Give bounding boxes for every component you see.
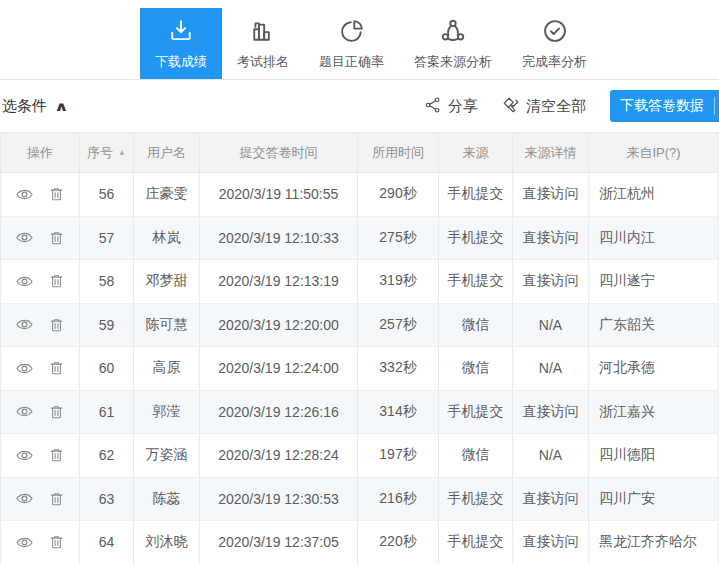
serial-number-cell: 61 [80, 391, 134, 434]
table-row: 56 庄豪雯 2020/3/19 11:50:55 290秒 手机提交 直接访问… [1, 173, 719, 217]
submit-time-cell: 2020/3/19 12:30:53 [200, 478, 358, 521]
duration-cell: 275秒 [358, 217, 439, 260]
tab-completion-rate-analysis[interactable]: 完成率分析 [507, 8, 602, 79]
clear-all-button[interactable]: 清空全部 [502, 96, 586, 117]
table-row: 63 陈蕊 2020/3/19 12:30:53 216秒 手机提交 直接访问 … [1, 478, 719, 522]
ranking-icon [248, 16, 278, 46]
delete-trash-icon[interactable] [48, 185, 65, 203]
check-circle-icon [540, 16, 570, 46]
ip-cell: 浙江嘉兴 [589, 391, 719, 434]
source-detail-cell: 直接访问 [513, 217, 589, 260]
serial-number-cell: 62 [80, 434, 134, 477]
duration-cell: 216秒 [358, 478, 439, 521]
source-detail-cell: 直接访问 [513, 478, 589, 521]
view-eye-icon[interactable] [15, 315, 34, 334]
submit-time-cell: 2020/3/19 12:26:16 [200, 391, 358, 434]
serial-number-cell: 60 [80, 347, 134, 390]
clear-all-label: 清空全部 [526, 97, 586, 116]
delete-trash-icon[interactable] [48, 446, 65, 464]
tab-label: 答案来源分析 [414, 53, 492, 71]
operation-cell [1, 521, 80, 564]
view-eye-icon[interactable] [15, 272, 34, 291]
delete-trash-icon[interactable] [48, 533, 65, 551]
operation-cell [1, 391, 80, 434]
view-eye-icon[interactable] [15, 533, 34, 552]
top-tab-bar: 下载成绩 考试排名 题目正确率 答案来源分析 完成率分析 [0, 0, 719, 80]
operation-cell [1, 347, 80, 390]
username-cell: 林岚 [134, 217, 200, 260]
serial-number-cell: 59 [80, 304, 134, 347]
source-cell: 微信 [439, 347, 513, 390]
delete-trash-icon[interactable] [48, 272, 65, 290]
submit-time-cell: 2020/3/19 12:37:05 [200, 521, 358, 564]
username-cell: 庄豪雯 [134, 173, 200, 216]
source-detail-cell: N/A [513, 347, 589, 390]
tab-download-scores[interactable]: 下载成绩 [140, 8, 222, 79]
action-group: 分享 清空全部 下载答卷数据 ▼ [424, 90, 719, 122]
duration-cell: 319秒 [358, 260, 439, 303]
source-detail-cell: 直接访问 [513, 173, 589, 216]
delete-trash-icon[interactable] [48, 316, 65, 334]
table-row: 57 林岚 2020/3/19 12:10:33 275秒 手机提交 直接访问 … [1, 217, 719, 261]
duration-cell: 220秒 [358, 521, 439, 564]
serial-number-cell: 64 [80, 521, 134, 564]
table-row: 60 高原 2020/3/19 12:24:00 332秒 微信 N/A 河北承… [1, 347, 719, 391]
share-label: 分享 [448, 97, 478, 116]
source-detail-cell: 直接访问 [513, 260, 589, 303]
view-eye-icon[interactable] [15, 446, 34, 465]
submit-time-cell: 2020/3/19 11:50:55 [200, 173, 358, 216]
delete-trash-icon[interactable] [48, 403, 65, 421]
view-eye-icon[interactable] [15, 359, 34, 378]
view-eye-icon[interactable] [15, 228, 34, 247]
filter-action-bar: 选条件 ∧ 分享 清空全部 下载答卷数据 ▼ [0, 80, 719, 132]
view-eye-icon[interactable] [15, 185, 34, 204]
username-cell: 高原 [134, 347, 200, 390]
duration-cell: 332秒 [358, 347, 439, 390]
table-row: 62 万姿涵 2020/3/19 12:28:24 197秒 微信 N/A 四川… [1, 434, 719, 478]
source-cell: 手机提交 [439, 173, 513, 216]
tab-answer-source-analysis[interactable]: 答案来源分析 [399, 8, 507, 79]
delete-trash-icon[interactable] [48, 359, 65, 377]
operation-cell [1, 434, 80, 477]
share-button[interactable]: 分享 [424, 96, 478, 117]
source-cell: 手机提交 [439, 478, 513, 521]
clean-brush-icon [502, 96, 520, 117]
submit-time-cell: 2020/3/19 12:13:19 [200, 260, 358, 303]
source-cell: 手机提交 [439, 217, 513, 260]
header-serial-number[interactable]: 序号 ▲ [80, 133, 134, 172]
tab-exam-ranking[interactable]: 考试排名 [222, 8, 304, 79]
delete-trash-icon[interactable] [48, 229, 65, 247]
header-serial-number-label: 序号 [87, 144, 113, 162]
header-source-detail: 来源详情 [513, 133, 589, 172]
source-cell: 微信 [439, 304, 513, 347]
tab-question-accuracy[interactable]: 题目正确率 [304, 8, 399, 79]
ip-cell: 四川遂宁 [589, 260, 719, 303]
view-eye-icon[interactable] [15, 402, 34, 421]
source-detail-cell: N/A [513, 304, 589, 347]
ip-cell: 四川德阳 [589, 434, 719, 477]
download-answer-data-button[interactable]: 下载答卷数据 ▼ [610, 90, 719, 122]
source-cell: 手机提交 [439, 260, 513, 303]
username-cell: 陈蕊 [134, 478, 200, 521]
duration-cell: 290秒 [358, 173, 439, 216]
submit-time-cell: 2020/3/19 12:20:00 [200, 304, 358, 347]
results-table: 操作 序号 ▲ 用户名 提交答卷时间 所用时间 来源 来源详情 来自IP(?) … [0, 132, 719, 564]
duration-cell: 197秒 [358, 434, 439, 477]
tab-label: 下载成绩 [155, 53, 207, 71]
username-cell: 邓梦甜 [134, 260, 200, 303]
header-submit-time: 提交答卷时间 [200, 133, 358, 172]
source-cell: 手机提交 [439, 391, 513, 434]
sort-asc-icon[interactable]: ▲ [118, 148, 126, 157]
filter-conditions-toggle[interactable]: 选条件 ∧ [2, 97, 67, 116]
duration-cell: 314秒 [358, 391, 439, 434]
view-eye-icon[interactable] [15, 489, 34, 508]
ip-cell: 广东韶关 [589, 304, 719, 347]
button-divider [714, 97, 715, 115]
delete-trash-icon[interactable] [48, 490, 65, 508]
serial-number-cell: 57 [80, 217, 134, 260]
serial-number-cell: 63 [80, 478, 134, 521]
pie-chart-icon [337, 16, 367, 46]
submit-time-cell: 2020/3/19 12:28:24 [200, 434, 358, 477]
ip-cell: 浙江杭州 [589, 173, 719, 216]
share-icon [424, 96, 442, 117]
